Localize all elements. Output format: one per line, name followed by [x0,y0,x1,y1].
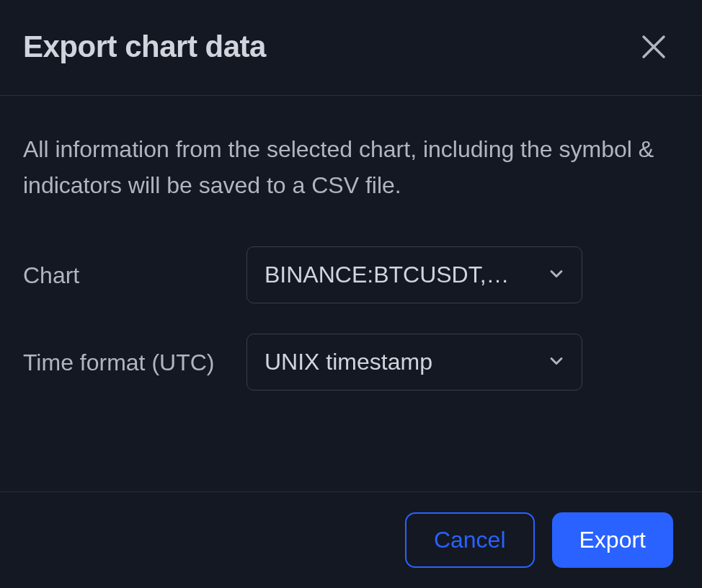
modal-title: Export chart data [23,30,266,64]
modal-body: All information from the selected chart,… [0,96,702,491]
close-button[interactable] [634,27,673,66]
modal-footer: Cancel Export [0,491,702,588]
time-format-label: Time format (UTC) [23,334,246,381]
chart-select-value: BINANCE:BTCUSDT,… [265,262,510,288]
time-format-select-wrapper: UNIX timestamp [246,334,582,391]
chart-field-row: Chart BINANCE:BTCUSDT,… [23,246,679,303]
time-format-select[interactable]: UNIX timestamp [246,334,582,391]
export-chart-modal: Export chart data All information from t… [0,0,702,588]
time-format-field-row: Time format (UTC) UNIX timestamp [23,334,679,391]
time-format-select-value: UNIX timestamp [265,349,432,375]
chart-select-wrapper: BINANCE:BTCUSDT,… [246,246,582,303]
chart-label: Chart [23,246,246,294]
close-icon [639,32,669,62]
export-button[interactable]: Export [552,512,673,568]
chart-select[interactable]: BINANCE:BTCUSDT,… [246,246,582,303]
description-text: All information from the selected chart,… [23,132,679,203]
cancel-button[interactable]: Cancel [405,512,535,568]
modal-header: Export chart data [0,0,702,96]
